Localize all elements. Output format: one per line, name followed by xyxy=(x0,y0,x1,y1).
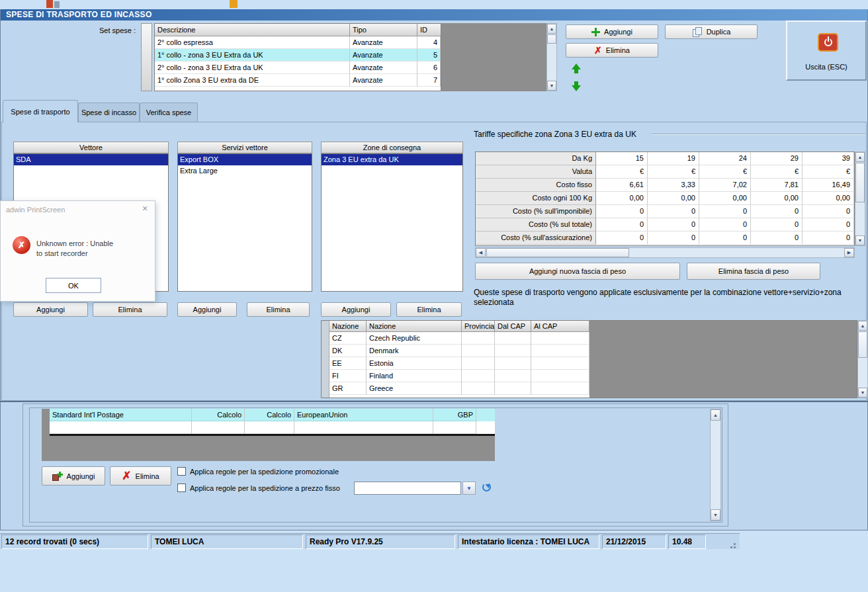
resize-grip[interactable] xyxy=(734,543,736,545)
scroll-down-icon[interactable]: ▼ xyxy=(711,509,720,521)
zone-elimina-button[interactable]: Elimina xyxy=(396,302,462,317)
scroll-up-icon[interactable]: ▲ xyxy=(547,24,556,34)
servizi-list[interactable]: Export BOX Extra Large xyxy=(177,153,312,292)
row-selector-column[interactable] xyxy=(141,23,152,91)
cell[interactable]: € xyxy=(596,165,648,179)
scroll-down-icon[interactable]: ▼ xyxy=(855,235,865,245)
tab-spese-di-incasso[interactable]: Spese di incasso xyxy=(78,103,140,122)
checkbox-prezzo-fisso[interactable] xyxy=(177,484,186,492)
column-header[interactable]: Nazione xyxy=(329,321,367,332)
incasso-elimina-button[interactable]: ✗ Elimina xyxy=(110,466,171,486)
tariffe-row[interactable]: Costo ogni 100 Kg 0,00 0,00 0,00 0,00 0,… xyxy=(476,192,854,205)
nazioni-vscrollbar[interactable]: ▲ ▼ xyxy=(857,320,868,398)
incasso-aggiungi-button[interactable]: Aggiungi xyxy=(42,466,105,486)
table-row[interactable]: FI Finland xyxy=(329,370,589,382)
cell[interactable]: 0 xyxy=(699,218,751,232)
table-row-selected[interactable]: 1° collo - zona 3 EU Extra da UK Avanzat… xyxy=(155,49,441,62)
cell[interactable]: 24 xyxy=(699,152,751,165)
tariffe-row[interactable]: Costo (% sull'assicurazione) 0 0 0 0 0 xyxy=(476,232,854,245)
tariffe-hscrollbar[interactable]: ◀ ▶ xyxy=(475,247,855,258)
cell[interactable]: 0 xyxy=(803,205,854,218)
list-item[interactable]: Export BOX xyxy=(178,154,312,165)
close-icon[interactable]: × xyxy=(142,204,148,213)
elimina-set-button[interactable]: ✗ Elimina xyxy=(566,43,658,58)
title-bar[interactable]: SPESE DI TRASPORTO ED INCASSO xyxy=(1,9,867,21)
tab-spese-di-trasporto[interactable]: Spese di trasporto xyxy=(3,100,78,122)
scroll-left-icon[interactable]: ◀ xyxy=(476,248,486,257)
tariffe-vscrollbar[interactable]: ▲ ▼ xyxy=(855,151,865,246)
table-row-selected[interactable]: Standard Int'l Postage Calcolo Calcolo E… xyxy=(50,409,495,421)
aggiungi-set-button[interactable]: Aggiungi xyxy=(566,24,658,39)
scroll-thumb[interactable] xyxy=(855,163,865,202)
cell[interactable]: 0 xyxy=(803,232,854,245)
scroll-down-icon[interactable]: ▼ xyxy=(858,388,867,398)
cell[interactable]: 0 xyxy=(648,218,699,232)
cell[interactable]: 0,00 xyxy=(596,192,648,205)
scroll-right-icon[interactable]: ▶ xyxy=(844,248,854,257)
duplica-button[interactable]: Duplica xyxy=(665,24,758,39)
cell[interactable]: 19 xyxy=(648,152,699,165)
cell[interactable]: € xyxy=(648,165,699,179)
list-item[interactable]: Zona 3 EU extra da UK xyxy=(322,154,462,165)
move-up-button[interactable] xyxy=(566,61,586,77)
table-row[interactable]: CZ Czech Republic xyxy=(329,332,589,345)
servizi-elimina-button[interactable]: Elimina xyxy=(247,302,310,317)
tariffe-row[interactable]: Da Kg 15 19 24 29 39 xyxy=(476,152,854,165)
ok-button[interactable]: OK xyxy=(46,278,101,293)
scroll-up-icon[interactable]: ▲ xyxy=(711,409,720,421)
cell[interactable]: 7,02 xyxy=(699,179,751,192)
scroll-thumb[interactable] xyxy=(486,248,629,257)
cell[interactable]: 0 xyxy=(751,218,803,232)
cell[interactable]: 6,61 xyxy=(596,179,648,192)
table-row[interactable]: 2° collo espressa Avanzate 4 xyxy=(155,36,441,49)
cell[interactable]: 0 xyxy=(596,232,648,245)
cell[interactable]: 0 xyxy=(596,218,648,232)
cell[interactable]: 29 xyxy=(751,152,803,165)
column-header[interactable]: Al CAP xyxy=(531,321,589,332)
cell[interactable]: 7,81 xyxy=(751,179,803,192)
prezzo-fisso-combobox[interactable] xyxy=(354,482,461,495)
table-row[interactable]: EE Estonia xyxy=(329,357,589,370)
scroll-up-icon[interactable]: ▲ xyxy=(855,152,865,162)
cell[interactable]: 0 xyxy=(648,232,699,245)
list-item[interactable]: Extra Large xyxy=(178,165,312,177)
cell[interactable]: 0,00 xyxy=(648,192,699,205)
vettore-aggiungi-button[interactable]: Aggiungi xyxy=(13,302,88,317)
tariffe-row[interactable]: Costo (% sull'imponibile) 0 0 0 0 0 xyxy=(476,205,854,218)
set-spese-scrollbar[interactable]: ▲ ▼ xyxy=(546,23,557,91)
elimina-fascia-button[interactable]: Elimina fascia di peso xyxy=(687,263,820,280)
tariffe-row[interactable]: Valuta € € € € € xyxy=(476,165,854,179)
cell[interactable]: 0 xyxy=(751,232,803,245)
scroll-down-icon[interactable]: ▼ xyxy=(547,81,556,91)
column-header[interactable]: Descrizione xyxy=(155,24,350,36)
tariffe-row[interactable]: Costo (% sul totale) 0 0 0 0 0 xyxy=(476,218,854,232)
move-down-button[interactable] xyxy=(566,78,586,94)
cell[interactable]: 39 xyxy=(803,152,854,165)
column-header[interactable]: Dal CAP xyxy=(495,321,531,332)
cell[interactable]: 0,00 xyxy=(803,192,854,205)
cell[interactable]: 16,49 xyxy=(803,179,854,192)
uscita-button[interactable] xyxy=(818,33,838,52)
combobox-dropdown-button[interactable]: ▼ xyxy=(462,482,476,495)
checkbox-promozionale[interactable] xyxy=(177,467,186,476)
table-row[interactable]: 2° collo - zona 3 EU Extra da UK Avanzat… xyxy=(155,62,441,74)
cell[interactable]: 3,33 xyxy=(648,179,699,192)
table-row[interactable]: DK Denmark xyxy=(329,345,589,357)
refresh-button[interactable] xyxy=(482,483,494,494)
cell[interactable]: 0,00 xyxy=(751,192,803,205)
cell[interactable]: 15 xyxy=(596,152,648,165)
table-row[interactable] xyxy=(50,421,495,434)
cell[interactable]: € xyxy=(699,165,751,179)
zone-aggiungi-button[interactable]: Aggiungi xyxy=(321,302,391,317)
vettore-elimina-button[interactable]: Elimina xyxy=(93,302,167,317)
list-item[interactable]: SDA xyxy=(14,154,168,165)
scroll-thumb[interactable] xyxy=(547,34,556,44)
column-header[interactable]: Tipo xyxy=(350,24,417,36)
incasso-vscrollbar[interactable]: ▲ ▼ xyxy=(710,409,721,521)
aggiungi-fascia-button[interactable]: Aggiungi nuova fascia di peso xyxy=(475,263,680,280)
scroll-up-icon[interactable]: ▲ xyxy=(858,321,867,331)
cell[interactable]: 0 xyxy=(648,205,699,218)
servizi-aggiungi-button[interactable]: Aggiungi xyxy=(177,302,237,317)
cell[interactable]: 0 xyxy=(699,205,751,218)
cell[interactable]: 0 xyxy=(596,205,648,218)
